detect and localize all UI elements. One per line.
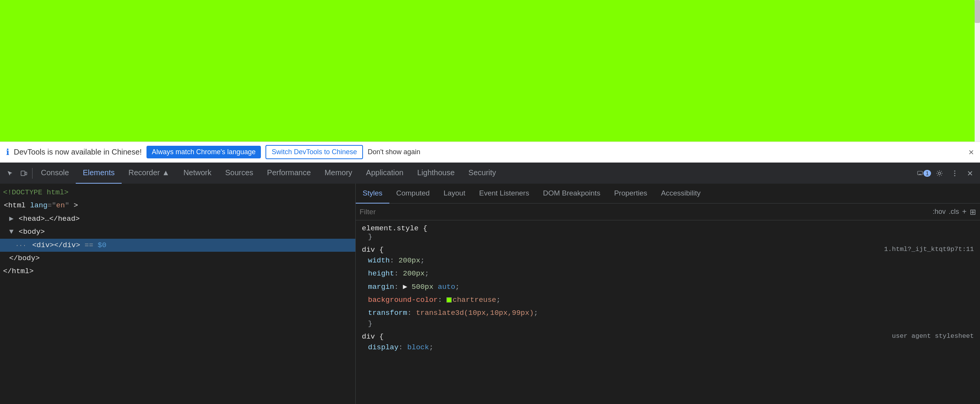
style-margin: margin: ▶ 500px auto; <box>362 280 974 293</box>
toggle-sidebar-button[interactable]: ⊞ <box>970 207 976 217</box>
chat-badge: 1 <box>923 170 931 177</box>
dom-tree-panel: <!DOCTYPE html> <html lang="en" > ▶ <hea… <box>0 184 356 404</box>
notification-close-button[interactable]: × <box>969 147 974 158</box>
dont-show-again-button[interactable]: Don't show again <box>368 148 420 156</box>
svg-point-4 <box>954 170 956 171</box>
style-height: height: 200px; <box>362 267 974 280</box>
dom-line-div-selected[interactable]: ··· <div></div> == $0 <box>0 239 355 252</box>
tab-styles[interactable]: Styles <box>356 184 389 204</box>
dom-line-body[interactable]: ▼ <body> <box>0 225 355 238</box>
dom-line-html-close: </html> <box>0 265 355 278</box>
tab-memory[interactable]: Memory <box>318 163 359 184</box>
tab-recorder[interactable]: Recorder ▲ <box>122 163 177 184</box>
div-selector: div { <box>362 246 384 254</box>
tab-computed[interactable]: Computed <box>389 184 437 204</box>
add-style-rule-button[interactable]: + <box>962 207 967 216</box>
tab-performance[interactable]: Performance <box>260 163 318 184</box>
tab-security[interactable]: Security <box>462 163 503 184</box>
device-toggle-icon[interactable] <box>17 166 31 180</box>
tab-accessibility[interactable]: Accessibility <box>654 184 707 204</box>
dom-line-doctype: <!DOCTYPE html> <box>0 186 355 199</box>
cls-filter-label[interactable]: .cls <box>949 208 959 216</box>
notification-bar: ℹ DevTools is now available in Chinese! … <box>0 142 980 163</box>
styles-tabs: Styles Computed Layout Event Listeners D… <box>356 184 980 204</box>
useragent-div-selector: div { <box>362 332 384 341</box>
info-icon: ℹ <box>6 147 9 157</box>
styles-filter-bar: :hov .cls + ⊞ <box>356 204 980 220</box>
div-block-close: } <box>362 319 974 331</box>
inspect-element-icon[interactable] <box>3 166 17 180</box>
svg-rect-1 <box>25 172 27 175</box>
dom-line-body-close: </body> <box>0 252 355 265</box>
div-source-link[interactable]: 1.html?_ijt_ktqt9p7t:11 <box>884 246 974 253</box>
style-block-div: div { 1.html?_ijt_ktqt9p7t:11 width: 200… <box>356 245 980 332</box>
svg-rect-0 <box>21 171 25 176</box>
tab-network[interactable]: Network <box>176 163 218 184</box>
devtools-right-controls: 1 <box>917 166 977 180</box>
styles-content: element.style { } div { 1.html?_ijt_ktqt… <box>356 220 980 404</box>
svg-point-3 <box>938 172 941 174</box>
tab-event-listeners[interactable]: Event Listeners <box>472 184 536 204</box>
scrollbar-thumb[interactable] <box>975 0 980 23</box>
close-devtools-icon[interactable] <box>963 166 977 180</box>
dom-line-html[interactable]: <html lang="en" > <box>0 199 355 212</box>
useragent-source-link: user agent stylesheet <box>892 332 974 340</box>
tab-layout[interactable]: Layout <box>436 184 472 204</box>
svg-point-5 <box>954 173 956 174</box>
tab-lighthouse[interactable]: Lighthouse <box>410 163 462 184</box>
more-options-icon[interactable] <box>948 166 962 180</box>
tab-separator <box>32 168 33 179</box>
style-background-color: background-color: chartreuse; <box>362 293 974 306</box>
tab-dom-breakpoints[interactable]: DOM Breakpoints <box>536 184 607 204</box>
color-swatch-chartreuse[interactable] <box>446 297 452 303</box>
tab-properties[interactable]: Properties <box>607 184 654 204</box>
devtools-tabs-bar: Console Elements Recorder ▲ Network Sour… <box>0 163 980 184</box>
style-block-element: element.style { } <box>356 223 980 245</box>
hov-filter-label[interactable]: :hov <box>933 208 946 216</box>
style-block-useragent: div { user agent stylesheet display: blo… <box>356 332 980 355</box>
notification-text: DevTools is now available in Chinese! <box>14 148 142 156</box>
style-transform: transform: translate3d(10px,10px,99px); <box>362 306 974 319</box>
devtools-main-content: <!DOCTYPE html> <html lang="en" > ▶ <hea… <box>0 184 980 404</box>
switch-devtools-language-button[interactable]: Switch DevTools to Chinese <box>265 145 363 159</box>
browser-viewport <box>0 0 980 142</box>
settings-icon[interactable] <box>933 166 946 180</box>
element-style-selector: element.style { <box>362 224 427 233</box>
filter-controls: :hov .cls + ⊞ <box>933 207 976 217</box>
element-style-close: } <box>362 233 974 244</box>
style-display: display: block; <box>362 341 974 354</box>
tab-console[interactable]: Console <box>34 163 76 184</box>
always-match-language-button[interactable]: Always match Chrome's language <box>147 146 261 158</box>
dom-line-head[interactable]: ▶ <head>…</head> <box>0 212 355 225</box>
styles-panel: Styles Computed Layout Event Listeners D… <box>356 184 980 404</box>
scrollbar-track[interactable] <box>975 0 980 142</box>
svg-point-6 <box>954 175 956 176</box>
tab-elements[interactable]: Elements <box>76 163 121 184</box>
style-width: width: 200px; <box>362 254 974 267</box>
tab-application[interactable]: Application <box>359 163 410 184</box>
tab-sources[interactable]: Sources <box>218 163 260 184</box>
styles-filter-input[interactable] <box>360 208 933 216</box>
chat-icon[interactable]: 1 <box>917 166 931 180</box>
